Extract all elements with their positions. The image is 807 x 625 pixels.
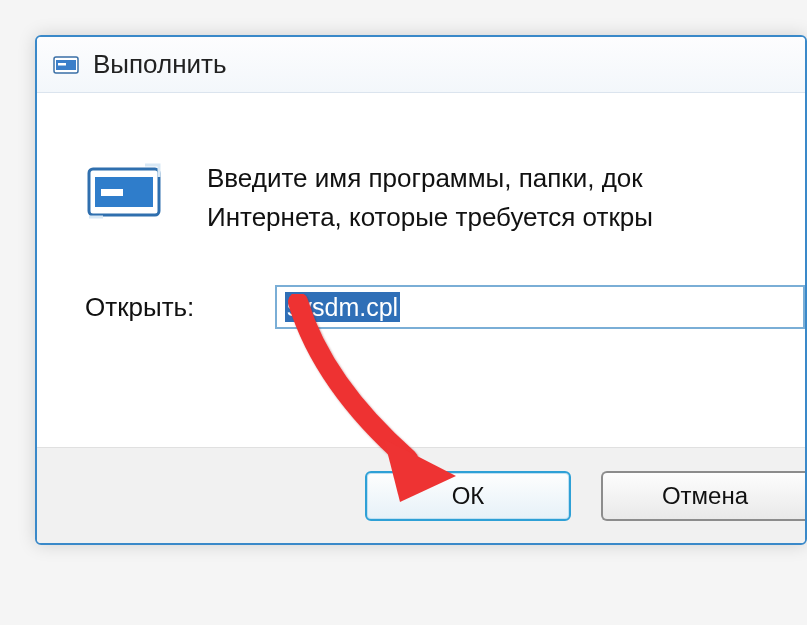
ok-button-label: ОК <box>452 482 485 510</box>
run-icon <box>53 54 79 76</box>
dialog-body: Введите имя программы, папки, док Интерн… <box>37 93 805 543</box>
open-input-value: sysdm.cpl <box>285 292 400 322</box>
run-dialog: Выполнить Введите имя программы, папки, … <box>35 35 807 545</box>
svg-rect-2 <box>58 63 66 66</box>
run-large-icon <box>85 163 163 221</box>
svg-rect-5 <box>101 189 123 196</box>
open-input[interactable]: sysdm.cpl <box>275 285 805 329</box>
button-row: ОК Отмена <box>37 447 805 543</box>
cancel-button-label: Отмена <box>662 482 748 510</box>
ok-button[interactable]: ОК <box>365 471 571 521</box>
dialog-description: Введите имя программы, папки, док Интерн… <box>207 159 653 237</box>
dialog-title: Выполнить <box>93 49 227 80</box>
cancel-button[interactable]: Отмена <box>601 471 807 521</box>
open-label: Открыть: <box>85 292 275 323</box>
titlebar[interactable]: Выполнить <box>37 37 805 93</box>
